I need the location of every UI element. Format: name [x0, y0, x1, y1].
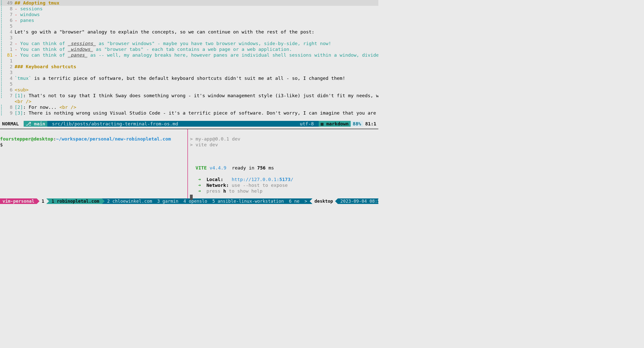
line-number: 6 — [2, 17, 15, 23]
file-type: ▦ markdown — [319, 121, 351, 127]
line-number: 49 — [2, 0, 15, 6]
editor-line[interactable]: ┆2- You can think of _sessions_ as "brow… — [0, 41, 378, 46]
line-number: 6 — [2, 87, 15, 93]
editor-line[interactable]: ┆5 — [0, 81, 378, 87]
tmux-window[interactable]: 2 chloewinkel.com — [105, 198, 155, 204]
line-number: 5 — [2, 23, 15, 29]
editor-line[interactable]: ┆7[1]: That's not to say that I think Sw… — [0, 93, 378, 98]
git-branch: ⎇ main — [24, 121, 47, 127]
editor-line[interactable]: ┆8[2]: For now... <br /> — [0, 104, 378, 110]
editor-line[interactable]: ┆4`tmux` is a terrific piece of software… — [0, 75, 378, 81]
editor-line[interactable]: ┆6- panes — [0, 17, 378, 23]
editor-pane[interactable]: ┆49## Adopting tmux┆8- sessions┆7- windo… — [0, 0, 378, 121]
tmux-hostname: desktop — [312, 198, 335, 204]
tmux-window[interactable]: 6 ne — [286, 198, 302, 204]
tmux-window[interactable]: 5 ansible-linux-workstation — [210, 198, 286, 204]
arrow-icon: ➜ — [198, 188, 201, 194]
scroll-percent: 88% — [351, 121, 363, 127]
editor-line[interactable]: ┆4Let's go with a "browser" analogy to e… — [0, 29, 378, 35]
vite-pane[interactable]: > my-app@0.0.1 dev > vite dev VITE v4.4.… — [188, 129, 378, 198]
terminal-row: fourstepper@desktop:~/workspace/personal… — [0, 129, 378, 198]
vite-label: VITE — [195, 165, 207, 170]
arrow-icon: ➜ — [198, 183, 201, 188]
prompt-symbol: $ — [0, 142, 3, 147]
file-encoding: utf-8 — [298, 121, 319, 127]
line-number: 2 — [2, 41, 15, 46]
editor-line[interactable]: ┆3 — [0, 69, 378, 75]
tmux-statusbar[interactable]: vim-personal 1 1 robinopletal.com 2 chlo… — [0, 198, 378, 204]
editor-line[interactable]: ┆1 — [0, 58, 378, 64]
tmux-window-active[interactable]: 1 robinopletal.com — [49, 198, 102, 204]
editor-line[interactable]: ┆8- sessions — [0, 6, 378, 12]
line-number: 8 — [2, 104, 15, 110]
shell-pane[interactable]: fourstepper@desktop:~/workspace/personal… — [0, 129, 187, 198]
prompt-user-host: fourstepper@desktop — [0, 136, 53, 142]
editor-line[interactable]: ┆9[3]: There is nothing wrong using Visu… — [0, 110, 378, 116]
file-path: src/lib/posts/abstracting-terminal-from-… — [47, 121, 298, 127]
line-number: 1 — [2, 58, 15, 64]
editor-line[interactable]: ┆7- windows — [0, 12, 378, 17]
line-number: 3 — [2, 69, 15, 75]
tmux-window[interactable]: 3 garmin — [155, 198, 181, 204]
line-number: 3 — [2, 35, 15, 41]
vim-statusline: NORMAL ⎇ main src/lib/posts/abstracting-… — [0, 121, 378, 127]
editor-line[interactable]: ┆81- You can think of _panes_ as -- well… — [0, 52, 378, 58]
line-number: 4 — [2, 29, 15, 35]
line-number: 7 — [2, 93, 15, 98]
line-number — [2, 98, 15, 104]
line-number: 81 — [2, 52, 15, 58]
line-number: 1 — [2, 46, 15, 52]
tmux-host-prefix: > — [302, 198, 310, 204]
editor-line[interactable]: <br /> — [0, 98, 378, 104]
editor-line[interactable]: ┆2### Keyboard shortcuts — [0, 64, 378, 69]
cursor — [190, 195, 193, 200]
line-number: 7 — [2, 12, 15, 17]
tmux-session-name[interactable]: vim-personal — [0, 198, 37, 204]
editor-line[interactable]: ┆6<sub> — [0, 87, 378, 93]
arrow-icon: ➜ — [198, 177, 201, 182]
tmux-clock: 2023-09-04 08:51 AM — [338, 198, 378, 204]
line-number: 5 — [2, 81, 15, 87]
line-number: 4 — [2, 75, 15, 81]
cursor-position: 81:1 — [363, 121, 378, 127]
editor-line[interactable]: ┆5 — [0, 23, 378, 29]
editor-line[interactable]: ┆1- You can think of _windows_ as "brows… — [0, 46, 378, 52]
editor-line[interactable]: ┆3 — [0, 35, 378, 41]
prompt-cwd: ~/workspace/personal/new-robinopletal.co… — [56, 136, 171, 142]
line-number: 2 — [2, 64, 15, 69]
mode-indicator: NORMAL — [0, 121, 24, 127]
line-number: 8 — [2, 6, 15, 12]
tmux-session-index: 1 — [39, 198, 46, 204]
editor-line[interactable]: ┆49## Adopting tmux — [0, 0, 378, 6]
line-number: 9 — [2, 110, 15, 116]
